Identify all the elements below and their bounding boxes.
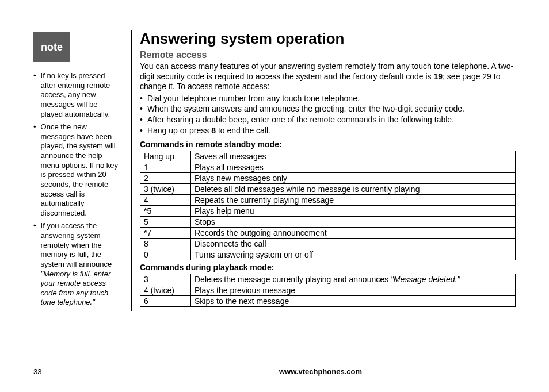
command-key: 3 xyxy=(140,274,191,285)
steps-list: •Dial your telephone number from any tou… xyxy=(140,93,516,137)
bullet-icon: • xyxy=(33,221,36,308)
command-key: 6 xyxy=(140,296,191,307)
command-key: *5 xyxy=(140,206,191,217)
bullet-icon: • xyxy=(140,114,143,125)
command-desc: Deletes the message currently playing an… xyxy=(191,274,516,285)
step-text: Hang up or press 8 to end the call. xyxy=(147,125,270,136)
note-italic: "Memory is full, enter your remote acces… xyxy=(41,270,111,307)
intro-bold: 19 xyxy=(433,72,443,81)
command-desc: Stops xyxy=(191,217,516,228)
note-text: If no key is pressed after entering remo… xyxy=(41,71,120,119)
step-part-b: to end the call. xyxy=(216,126,270,135)
table-row: *7Records the outgoing announcement xyxy=(140,228,516,239)
command-desc: Plays the previous message xyxy=(191,285,516,296)
table-row: 6Skips to the next message xyxy=(140,296,516,307)
command-desc: Saves all messages xyxy=(191,151,516,162)
command-key: 4 (twice) xyxy=(140,285,191,296)
step-item: •After hearing a double beep, enter one … xyxy=(140,114,516,125)
intro-paragraph: You can access many features of your ans… xyxy=(140,62,516,92)
page-number: 33 xyxy=(33,367,125,376)
table-row: 4 (twice)Plays the previous message xyxy=(140,285,516,296)
command-key: 8 xyxy=(140,239,191,249)
step-text: Dial your telephone number from any touc… xyxy=(147,93,360,104)
step-item: •Hang up or press 8 to end the call. xyxy=(140,125,516,136)
command-desc: Plays new messages only xyxy=(191,173,516,184)
command-desc: Plays all messages xyxy=(191,162,516,173)
command-key: *7 xyxy=(140,228,191,239)
command-desc: Records the outgoing announcement xyxy=(191,228,516,239)
table2-title: Commands during playback mode: xyxy=(140,263,516,272)
step-text: After hearing a double beep, enter one o… xyxy=(147,114,454,125)
step-item: •Dial your telephone number from any tou… xyxy=(140,93,516,104)
footer: 33 www.vtechphones.com xyxy=(33,367,516,376)
bullet-icon: • xyxy=(33,71,36,119)
playback-commands-table: 3Deletes the message currently playing a… xyxy=(140,274,516,307)
table-row: Hang upSaves all messages xyxy=(140,151,516,162)
table-row: 3Deletes the message currently playing a… xyxy=(140,274,516,285)
note-item: • If you access the answering system rem… xyxy=(33,221,120,308)
table-row: 8Disconnects the call xyxy=(140,239,516,249)
command-desc: Disconnects the call xyxy=(191,239,516,249)
command-key: 0 xyxy=(140,249,191,260)
command-key: 4 xyxy=(140,195,191,206)
step-part-a: Hang up or press xyxy=(147,126,211,135)
note-item: • Once the new messages have been played… xyxy=(33,122,120,218)
table-row: 0Turns answering system on or off xyxy=(140,249,516,260)
table-row: 5Stops xyxy=(140,217,516,228)
bullet-icon: • xyxy=(140,103,143,114)
command-desc: Skips to the next message xyxy=(191,296,516,307)
command-key: 5 xyxy=(140,217,191,228)
table-row: *5Plays help menu xyxy=(140,206,516,217)
note-item: • If no key is pressed after entering re… xyxy=(33,71,120,119)
step-text: When the system answers and announces th… xyxy=(147,103,464,114)
section-title: Remote access xyxy=(140,50,516,60)
note-badge: note xyxy=(33,32,70,62)
step-bold: 8 xyxy=(211,126,216,135)
note-text: If you access the answering system remot… xyxy=(41,221,120,308)
command-desc: Turns answering system on or off xyxy=(191,249,516,260)
table-row: 2Plays new messages only xyxy=(140,173,516,184)
page-title: Answering system operation xyxy=(140,30,516,48)
sidebar-notes: note • If no key is pressed after enteri… xyxy=(33,30,120,311)
command-desc: Plays help menu xyxy=(191,206,516,217)
note-list: • If no key is pressed after entering re… xyxy=(33,71,120,308)
table-row: 1Plays all messages xyxy=(140,162,516,173)
main-content: Answering system operation Remote access… xyxy=(131,30,516,311)
table-row: 3 (twice)Deletes all old messages while … xyxy=(140,184,516,195)
command-key: 3 (twice) xyxy=(140,184,191,195)
table1-title: Commands in remote standby mode: xyxy=(140,140,516,149)
command-key: Hang up xyxy=(140,151,191,162)
command-desc: Deletes all old messages while no messag… xyxy=(191,184,516,195)
note-prefix: If you access the answering system remot… xyxy=(41,221,112,268)
bullet-icon: • xyxy=(140,93,143,104)
command-desc: Repeats the currently playing message xyxy=(191,195,516,206)
command-key: 1 xyxy=(140,162,191,173)
footer-url: www.vtechphones.com xyxy=(125,367,516,376)
standby-commands-table: Hang upSaves all messages1Plays all mess… xyxy=(140,151,516,260)
bullet-icon: • xyxy=(140,125,143,136)
table-row: 4Repeats the currently playing message xyxy=(140,195,516,206)
note-text: Once the new messages have been played, … xyxy=(41,122,120,218)
bullet-icon: • xyxy=(33,122,36,218)
step-item: •When the system answers and announces t… xyxy=(140,103,516,114)
command-key: 2 xyxy=(140,173,191,184)
